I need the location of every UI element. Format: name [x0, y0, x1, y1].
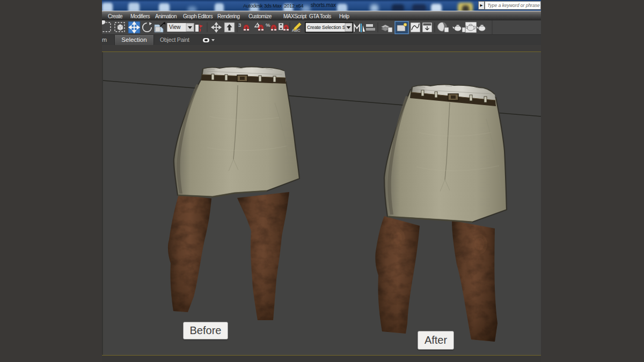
svg-text:View: View: [169, 24, 181, 30]
svg-text:Create Selection Se: Create Selection Se: [307, 25, 348, 30]
svg-text:%: %: [266, 22, 270, 28]
svg-text:3: 3: [238, 22, 241, 28]
